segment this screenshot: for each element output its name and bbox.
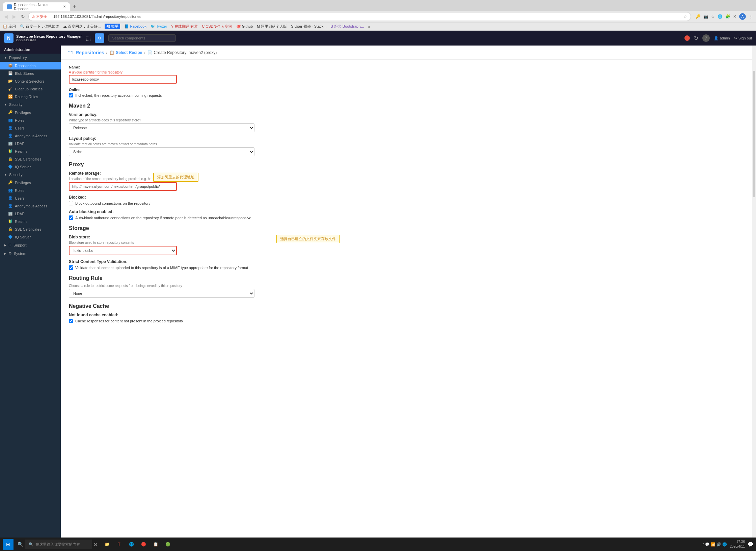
bookmark-zhihu[interactable]: 知 知乎 (105, 24, 120, 29)
sidebar-group-security2-label: Security (9, 173, 23, 177)
sign-out-icon: ↪ (734, 36, 737, 40)
search-input[interactable] (108, 34, 176, 42)
bookmark-baidu[interactable]: 🔍 百度一下，你就知道 (20, 24, 59, 29)
bookmark-bootstrap[interactable]: B 起步·Bootstrap v... (330, 24, 364, 29)
help-icon[interactable]: ? (702, 34, 710, 42)
ssl-icon2: 🔒 (8, 227, 13, 231)
sidebar-group-security2-header[interactable]: ▼ Security (0, 171, 61, 179)
breadcrumb-root[interactable]: Repositories (76, 50, 104, 55)
sidebar-item-ldap2[interactable]: 🏢 LDAP (0, 210, 61, 218)
sidebar-item-repositories[interactable]: 📦 Repositories (0, 62, 61, 69)
breadcrumb-sep1: / (106, 50, 107, 55)
blocked-checkbox[interactable] (69, 201, 73, 205)
scrollbar[interactable] (752, 46, 756, 551)
tab-title: Repositories - Nexus Reposito... (14, 3, 58, 11)
scrollbar-thumb[interactable] (753, 71, 755, 197)
bookmark-github[interactable]: 🐙 Github (236, 24, 253, 29)
start-button[interactable]: ⊞ (3, 539, 14, 550)
taskbar-app-red[interactable]: 🔴 (138, 539, 149, 550)
taskbar-search[interactable]: 🔍 在这里输入你要搜索的内容 (25, 540, 92, 549)
taskbar-app-green[interactable]: 🟢 (162, 539, 173, 550)
sidebar-item-privileges2[interactable]: 🔑 Privileges (0, 179, 61, 186)
bookmark-alibaba[interactable]: M 阿里部落个人版 (257, 24, 287, 29)
profile-icon[interactable]: A (739, 13, 746, 20)
bookmarks-more[interactable]: » (368, 25, 370, 29)
sign-out-label: Sign out (738, 36, 752, 40)
sidebar-item-roles1[interactable]: 👥 Roles (0, 116, 61, 124)
header-cube-icon[interactable]: ⬚ (86, 35, 91, 41)
layout-policy-select[interactable]: Strict Permissive (69, 147, 254, 156)
blob-store-select[interactable]: luxiu-blosbs (69, 246, 177, 255)
taskbar-app-explorer[interactable]: 📁 (102, 539, 112, 550)
taskbar-app-text[interactable]: T (114, 539, 125, 550)
taskbar-app-blue[interactable]: 📋 (150, 539, 161, 550)
sidebar-item-anon1[interactable]: 👤 Anonymous Access (0, 132, 61, 140)
bookmark-apps[interactable]: 📋 应用 (3, 24, 16, 29)
logo-icon: N (4, 33, 14, 43)
breadcrumb-step1-label: Select Recipe (116, 50, 142, 55)
strict-content-checkbox[interactable] (69, 265, 73, 270)
browser-tab[interactable]: Repositories - Nexus Reposito... ✕ (3, 2, 70, 11)
bookmark-facebook[interactable]: 📘 Facebook (124, 24, 146, 29)
content-area: 🗃 Repositories / 📋 Select Recipe / 📄 Cre… (61, 46, 752, 551)
forward-btn[interactable]: ▶ (11, 13, 18, 20)
online-checkbox[interactable] (69, 93, 73, 97)
menu-icon[interactable]: ⋮ (749, 14, 753, 19)
name-input[interactable] (69, 75, 177, 84)
bookmark-youdao[interactable]: Y 在线翻译·有道 (171, 24, 198, 29)
bookmark-twitter[interactable]: 🐦 Twitter (151, 24, 167, 29)
google-icon: 🌐 (718, 14, 723, 19)
sidebar-item-content-selectors[interactable]: 📂 Content Selectors (0, 77, 61, 85)
refresh-btn[interactable]: ↻ (20, 13, 26, 20)
bookmark-stackoverflow[interactable]: S User 题修 - Stack... (291, 24, 326, 29)
not-found-cache-field: Not found cache enabled: Cache responses… (69, 313, 356, 323)
auto-blocking-checkbox[interactable] (69, 215, 73, 220)
sidebar-item-ldap1[interactable]: 🏢 LDAP (0, 140, 61, 147)
sidebar-item-iq2[interactable]: 🔷 IQ Server (0, 233, 61, 241)
routing-rule-select[interactable]: None (69, 289, 254, 298)
new-tab-btn[interactable]: + (70, 3, 79, 9)
sidebar-group-repository-header[interactable]: ▼ Repository (0, 54, 61, 62)
bookmark-csdn[interactable]: C CSDN·个人空间 (202, 24, 232, 29)
bookmark-baiduyun[interactable]: ☁ 百度网盘，让美好... (63, 24, 101, 29)
remote-storage-input[interactable] (69, 182, 177, 191)
cortana-icon[interactable]: 🔍 (18, 542, 23, 547)
content-icon: 📂 (8, 79, 13, 83)
sidebar-item-routing-rules[interactable]: 🔀 Routing Rules (0, 93, 61, 100)
logo-text: Sonatype Nexus Repository Manager OSS 3.… (16, 34, 82, 42)
sidebar-item-iq1[interactable]: 🔷 IQ Server (0, 163, 61, 171)
tab-close-btn[interactable]: ✕ (63, 5, 66, 8)
sidebar-item-users2[interactable]: 👤 Users (0, 194, 61, 202)
not-found-checkbox[interactable] (69, 319, 73, 323)
browser-actions: 🔑 📷 ☆ 🌐 🧩 ✕ A ⋮ (696, 13, 753, 20)
url-bar[interactable]: 192.168.137.102:8081/#admin/repository/r… (49, 13, 681, 20)
bookmark-star-icon[interactable]: ☆ (683, 14, 687, 19)
taskbar-dots-icon[interactable]: ⊙ (93, 542, 98, 547)
header-settings-icon[interactable]: ⚙ (95, 33, 104, 43)
sidebar-item-blob-stores[interactable]: 💾 Blob Stores (0, 69, 61, 77)
refresh-icon[interactable]: ↻ (694, 35, 698, 41)
sidebar-item-users1[interactable]: 👤 Users (0, 124, 61, 132)
sidebar-item-routing-label: Routing Rules (15, 95, 38, 99)
auto-blocking-hint: Auto-block outbound connections on the r… (75, 216, 251, 220)
taskbar-app-chrome[interactable]: 🌐 (126, 539, 137, 550)
sidebar-group-security1-header[interactable]: ▼ Security (0, 100, 61, 109)
sidebar-item-roles2[interactable]: 👥 Roles (0, 186, 61, 194)
sidebar-item-cleanup-policies[interactable]: 🧹 Cleanup Policies (0, 85, 61, 93)
proxy-section-title: Proxy (69, 162, 356, 168)
sign-out-btn[interactable]: ↪ Sign out (734, 36, 752, 40)
sidebar-item-ssl1[interactable]: 🔒 SSL Certificates (0, 155, 61, 163)
sidebar-item-privileges1[interactable]: 🔑 Privileges (0, 109, 61, 116)
taskbar-notification-icon[interactable]: 💬 (748, 542, 753, 547)
breadcrumb-step1[interactable]: 📋 Select Recipe (109, 50, 142, 55)
notification-badge[interactable]: ! (684, 35, 690, 41)
back-btn[interactable]: ◀ (3, 13, 9, 20)
sidebar-group-system-header[interactable]: ▶ ⚙ System (0, 249, 61, 258)
app-container: N Sonatype Nexus Repository Manager OSS … (0, 31, 756, 551)
sidebar-item-anon2[interactable]: 👤 Anonymous Access (0, 202, 61, 210)
sidebar-item-realms2[interactable]: 🔰 Realms (0, 218, 61, 225)
version-policy-select[interactable]: Release Snapshot Mixed (69, 123, 254, 132)
sidebar-item-realms1[interactable]: 🔰 Realms (0, 147, 61, 155)
sidebar-item-ssl2[interactable]: 🔒 SSL Certificates (0, 225, 61, 233)
sidebar-group-support-header[interactable]: ▶ ⊕ Support (0, 241, 61, 249)
